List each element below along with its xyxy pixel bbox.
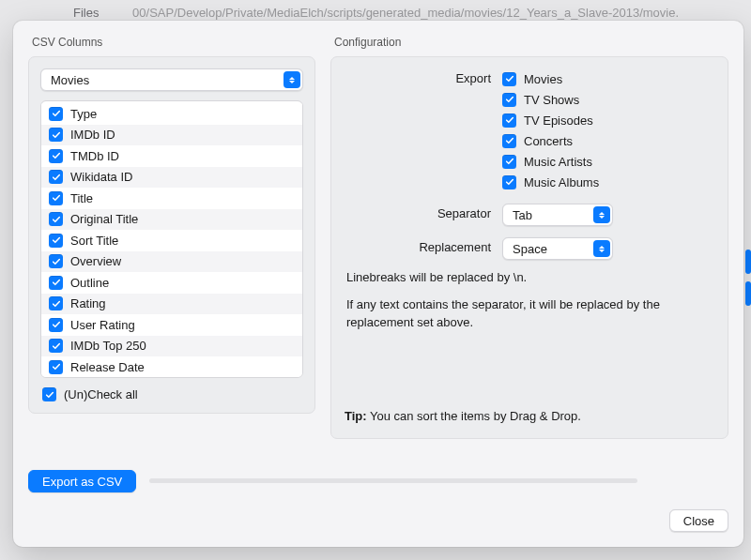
- column-row[interactable]: Outline: [41, 272, 302, 294]
- close-button[interactable]: Close: [669, 509, 728, 532]
- column-row[interactable]: User Rating: [41, 314, 302, 336]
- separator-label: Separator: [343, 204, 502, 220]
- export-option-label: Music Artists: [524, 155, 592, 169]
- export-option-label: Concerts: [524, 134, 573, 148]
- export-option-label: TV Shows: [524, 93, 579, 107]
- export-checkbox[interactable]: [502, 72, 516, 86]
- export-as-csv-button[interactable]: Export as CSV: [28, 470, 136, 492]
- configuration-panel: Export MoviesTV ShowsTV EpisodesConcerts…: [330, 56, 728, 439]
- column-row[interactable]: Rating: [41, 294, 302, 315]
- column-checkbox[interactable]: [49, 254, 63, 268]
- column-checkbox[interactable]: [49, 234, 63, 248]
- column-row[interactable]: Wikidata ID: [41, 167, 302, 189]
- column-checkbox[interactable]: [49, 276, 63, 290]
- export-checkbox[interactable]: [502, 93, 516, 107]
- column-row[interactable]: Overview: [41, 251, 302, 273]
- column-checkbox[interactable]: [49, 339, 63, 353]
- export-option: Movies: [502, 68, 716, 89]
- checkmark-icon: [52, 278, 61, 287]
- separator-note: If any text contains the separator, it w…: [346, 296, 713, 332]
- column-label: Overview: [70, 254, 121, 268]
- columns-list: TypeIMDb IDTMDb IDWikidata IDTitleOrigin…: [40, 100, 303, 378]
- checkmark-icon: [52, 130, 61, 140]
- export-option: Music Albums: [502, 172, 716, 192]
- column-row[interactable]: Sort Title: [41, 230, 302, 251]
- linebreak-note: Linebreaks will be replaced by \n.: [346, 269, 713, 287]
- configuration-title: Configuration: [334, 36, 728, 49]
- checkmark-icon: [45, 390, 54, 400]
- export-option-label: Movies: [524, 72, 562, 86]
- checkmark-icon: [505, 95, 514, 104]
- check-all-label: (Un)Check all: [64, 387, 138, 401]
- checkmark-icon: [52, 320, 61, 329]
- background-decoration: [745, 250, 751, 274]
- export-checkbox[interactable]: [502, 155, 516, 169]
- columns-source-select[interactable]: Movies: [40, 68, 303, 91]
- export-label: Export: [343, 68, 502, 85]
- replacement-select[interactable]: Space: [502, 237, 613, 260]
- export-checkbox[interactable]: [502, 175, 516, 189]
- column-label: Original Title: [70, 212, 138, 226]
- export-checkbox[interactable]: [502, 134, 516, 148]
- checkmark-icon: [52, 215, 61, 224]
- export-option: Music Artists: [502, 151, 716, 172]
- checkmark-icon: [52, 362, 61, 371]
- checkmark-icon: [52, 341, 61, 351]
- column-row[interactable]: Type: [41, 103, 302, 125]
- column-row[interactable]: Release Date: [41, 356, 302, 377]
- column-label: Rating: [70, 296, 106, 310]
- column-label: Wikidata ID: [70, 170, 132, 184]
- updown-icon: [284, 71, 300, 88]
- checkmark-icon: [505, 74, 514, 83]
- column-label: Outline: [70, 276, 109, 290]
- csv-columns-panel: Movies TypeIMDb IDTMDb IDWikidata IDTitl…: [28, 56, 315, 414]
- columns-scroll[interactable]: TypeIMDb IDTMDb IDWikidata IDTitleOrigin…: [41, 101, 302, 377]
- checkmark-icon: [505, 136, 514, 145]
- column-label: TMDb ID: [70, 149, 119, 163]
- checkmark-icon: [52, 299, 61, 309]
- check-all-checkbox[interactable]: [42, 387, 56, 401]
- columns-source-value: Movies: [51, 73, 89, 87]
- column-checkbox[interactable]: [49, 170, 63, 184]
- column-row[interactable]: IMDb Top 250: [41, 336, 302, 357]
- column-checkbox[interactable]: [49, 107, 63, 121]
- export-checkbox[interactable]: [502, 114, 516, 128]
- column-label: User Rating: [70, 318, 135, 332]
- checkmark-icon: [52, 109, 61, 118]
- separator-select[interactable]: Tab: [502, 204, 613, 226]
- column-label: Release Date: [70, 360, 145, 374]
- column-checkbox[interactable]: [49, 128, 63, 142]
- column-row[interactable]: TMDb ID: [41, 145, 302, 167]
- export-progress-bar: [149, 478, 637, 483]
- export-option: TV Shows: [502, 89, 716, 110]
- checkmark-icon: [505, 115, 514, 125]
- checkmark-icon: [505, 157, 514, 166]
- checkmark-icon: [52, 151, 61, 160]
- column-row[interactable]: IMDb ID: [41, 125, 302, 146]
- column-checkbox[interactable]: [49, 296, 63, 310]
- checkmark-icon: [52, 235, 61, 245]
- checkmark-icon: [52, 173, 61, 182]
- separator-value: Tab: [513, 208, 532, 222]
- column-label: Title: [70, 191, 93, 205]
- column-checkbox[interactable]: [49, 149, 63, 163]
- column-checkbox[interactable]: [49, 191, 63, 205]
- replacement-value: Space: [513, 242, 547, 256]
- column-checkbox[interactable]: [49, 318, 63, 332]
- column-row[interactable]: Original Title: [41, 209, 302, 231]
- column-checkbox[interactable]: [49, 212, 63, 226]
- updown-icon: [593, 206, 610, 223]
- export-option-label: TV Episodes: [524, 114, 593, 128]
- export-option: Concerts: [502, 130, 716, 151]
- export-option-label: Music Albums: [524, 175, 599, 189]
- tip-text: Tip: You can sort the items by Drag & Dr…: [345, 409, 714, 423]
- column-row[interactable]: Title: [41, 188, 302, 209]
- column-label: IMDb ID: [70, 128, 115, 142]
- updown-icon: [593, 240, 610, 257]
- column-checkbox[interactable]: [49, 360, 63, 374]
- export-csv-sheet: CSV Columns Movies TypeIMDb IDTMDb IDWik…: [13, 21, 743, 547]
- checkmark-icon: [52, 257, 61, 266]
- column-label: Sort Title: [70, 234, 118, 248]
- replacement-label: Replacement: [343, 237, 502, 254]
- csv-columns-title: CSV Columns: [32, 36, 315, 49]
